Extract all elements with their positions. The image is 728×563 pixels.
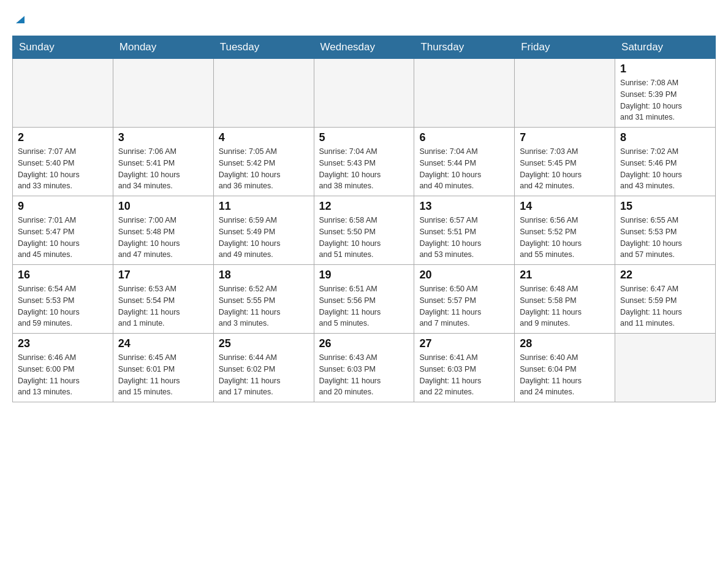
calendar-table: SundayMondayTuesdayWednesdayThursdayFrid…	[12, 36, 716, 402]
day-number: 21	[520, 269, 610, 282]
column-header-saturday: Saturday	[615, 36, 716, 59]
day-info: Sunrise: 6:47 AMSunset: 5:59 PMDaylight:…	[620, 283, 710, 329]
day-info: Sunrise: 6:46 AMSunset: 6:00 PMDaylight:…	[18, 352, 108, 398]
day-info: Sunrise: 6:40 AMSunset: 6:04 PMDaylight:…	[520, 352, 610, 398]
calendar-week-row: 23Sunrise: 6:46 AMSunset: 6:00 PMDayligh…	[13, 334, 716, 402]
calendar-day-cell	[314, 59, 414, 128]
calendar-day-cell: 22Sunrise: 6:47 AMSunset: 5:59 PMDayligh…	[615, 265, 716, 334]
logo	[12, 12, 27, 29]
calendar-day-cell: 5Sunrise: 7:04 AMSunset: 5:43 PMDaylight…	[314, 128, 414, 196]
day-info: Sunrise: 7:04 AMSunset: 5:43 PMDaylight:…	[319, 146, 409, 192]
calendar-day-cell: 24Sunrise: 6:45 AMSunset: 6:01 PMDayligh…	[113, 334, 213, 402]
day-number: 4	[219, 131, 309, 144]
day-number: 15	[620, 200, 710, 213]
calendar-day-cell: 20Sunrise: 6:50 AMSunset: 5:57 PMDayligh…	[414, 265, 515, 334]
day-number: 28	[520, 337, 610, 350]
day-number: 18	[219, 269, 309, 282]
calendar-day-cell	[13, 59, 113, 128]
calendar-day-cell: 13Sunrise: 6:57 AMSunset: 5:51 PMDayligh…	[414, 196, 515, 265]
day-info: Sunrise: 7:05 AMSunset: 5:42 PMDaylight:…	[219, 146, 309, 192]
day-info: Sunrise: 6:43 AMSunset: 6:03 PMDaylight:…	[319, 352, 409, 398]
calendar-day-cell: 16Sunrise: 6:54 AMSunset: 5:53 PMDayligh…	[13, 265, 113, 334]
day-info: Sunrise: 7:01 AMSunset: 5:47 PMDaylight:…	[18, 215, 108, 261]
calendar-day-cell	[113, 59, 213, 128]
calendar-day-cell: 25Sunrise: 6:44 AMSunset: 6:02 PMDayligh…	[213, 334, 314, 402]
calendar-day-cell: 12Sunrise: 6:58 AMSunset: 5:50 PMDayligh…	[314, 196, 414, 265]
day-number: 3	[118, 131, 208, 144]
day-info: Sunrise: 6:50 AMSunset: 5:57 PMDaylight:…	[419, 283, 509, 329]
column-header-thursday: Thursday	[414, 36, 515, 59]
day-info: Sunrise: 6:56 AMSunset: 5:52 PMDaylight:…	[520, 215, 610, 261]
day-info: Sunrise: 6:59 AMSunset: 5:49 PMDaylight:…	[219, 215, 309, 261]
day-info: Sunrise: 6:45 AMSunset: 6:01 PMDaylight:…	[118, 352, 208, 398]
day-number: 10	[118, 200, 208, 213]
day-number: 19	[319, 269, 409, 282]
day-number: 9	[18, 200, 108, 213]
calendar-day-cell: 2Sunrise: 7:07 AMSunset: 5:40 PMDaylight…	[13, 128, 113, 196]
calendar-day-cell: 28Sunrise: 6:40 AMSunset: 6:04 PMDayligh…	[515, 334, 615, 402]
calendar-day-cell: 15Sunrise: 6:55 AMSunset: 5:53 PMDayligh…	[615, 196, 716, 265]
day-number: 14	[520, 200, 610, 213]
calendar-header-row: SundayMondayTuesdayWednesdayThursdayFrid…	[13, 36, 716, 59]
column-header-monday: Monday	[113, 36, 213, 59]
calendar-day-cell: 14Sunrise: 6:56 AMSunset: 5:52 PMDayligh…	[515, 196, 615, 265]
day-number: 26	[319, 337, 409, 350]
calendar-day-cell: 23Sunrise: 6:46 AMSunset: 6:00 PMDayligh…	[13, 334, 113, 402]
day-number: 25	[219, 337, 309, 350]
page-header	[12, 12, 716, 29]
day-number: 8	[620, 131, 710, 144]
day-info: Sunrise: 6:52 AMSunset: 5:55 PMDaylight:…	[219, 283, 309, 329]
logo-arrow-icon	[13, 12, 27, 28]
day-number: 11	[219, 200, 309, 213]
day-number: 20	[419, 269, 509, 282]
day-info: Sunrise: 6:51 AMSunset: 5:56 PMDaylight:…	[319, 283, 409, 329]
calendar-week-row: 1Sunrise: 7:08 AMSunset: 5:39 PMDaylight…	[13, 59, 716, 128]
day-number: 24	[118, 337, 208, 350]
calendar-day-cell: 18Sunrise: 6:52 AMSunset: 5:55 PMDayligh…	[213, 265, 314, 334]
calendar-day-cell: 3Sunrise: 7:06 AMSunset: 5:41 PMDaylight…	[113, 128, 213, 196]
day-info: Sunrise: 6:57 AMSunset: 5:51 PMDaylight:…	[419, 215, 509, 261]
day-number: 22	[620, 269, 710, 282]
calendar-day-cell: 6Sunrise: 7:04 AMSunset: 5:44 PMDaylight…	[414, 128, 515, 196]
day-info: Sunrise: 7:03 AMSunset: 5:45 PMDaylight:…	[520, 146, 610, 192]
day-number: 12	[319, 200, 409, 213]
day-info: Sunrise: 7:08 AMSunset: 5:39 PMDaylight:…	[620, 77, 710, 123]
day-info: Sunrise: 7:02 AMSunset: 5:46 PMDaylight:…	[620, 146, 710, 192]
day-number: 23	[18, 337, 108, 350]
calendar-day-cell	[414, 59, 515, 128]
day-number: 5	[319, 131, 409, 144]
svg-marker-0	[16, 16, 25, 23]
calendar-day-cell: 8Sunrise: 7:02 AMSunset: 5:46 PMDaylight…	[615, 128, 716, 196]
calendar-day-cell: 26Sunrise: 6:43 AMSunset: 6:03 PMDayligh…	[314, 334, 414, 402]
calendar-day-cell: 4Sunrise: 7:05 AMSunset: 5:42 PMDaylight…	[213, 128, 314, 196]
calendar-day-cell: 17Sunrise: 6:53 AMSunset: 5:54 PMDayligh…	[113, 265, 213, 334]
day-number: 16	[18, 269, 108, 282]
calendar-day-cell: 27Sunrise: 6:41 AMSunset: 6:03 PMDayligh…	[414, 334, 515, 402]
day-number: 2	[18, 131, 108, 144]
calendar-day-cell: 1Sunrise: 7:08 AMSunset: 5:39 PMDaylight…	[615, 59, 716, 128]
day-info: Sunrise: 7:00 AMSunset: 5:48 PMDaylight:…	[118, 215, 208, 261]
day-number: 17	[118, 269, 208, 282]
day-info: Sunrise: 6:58 AMSunset: 5:50 PMDaylight:…	[319, 215, 409, 261]
day-info: Sunrise: 6:44 AMSunset: 6:02 PMDaylight:…	[219, 352, 309, 398]
day-info: Sunrise: 6:55 AMSunset: 5:53 PMDaylight:…	[620, 215, 710, 261]
calendar-day-cell: 9Sunrise: 7:01 AMSunset: 5:47 PMDaylight…	[13, 196, 113, 265]
calendar-day-cell: 11Sunrise: 6:59 AMSunset: 5:49 PMDayligh…	[213, 196, 314, 265]
day-info: Sunrise: 7:06 AMSunset: 5:41 PMDaylight:…	[118, 146, 208, 192]
calendar-day-cell: 19Sunrise: 6:51 AMSunset: 5:56 PMDayligh…	[314, 265, 414, 334]
calendar-day-cell	[515, 59, 615, 128]
day-info: Sunrise: 7:04 AMSunset: 5:44 PMDaylight:…	[419, 146, 509, 192]
day-info: Sunrise: 6:54 AMSunset: 5:53 PMDaylight:…	[18, 283, 108, 329]
column-header-friday: Friday	[515, 36, 615, 59]
day-info: Sunrise: 6:48 AMSunset: 5:58 PMDaylight:…	[520, 283, 610, 329]
day-info: Sunrise: 6:53 AMSunset: 5:54 PMDaylight:…	[118, 283, 208, 329]
calendar-week-row: 16Sunrise: 6:54 AMSunset: 5:53 PMDayligh…	[13, 265, 716, 334]
calendar-day-cell: 10Sunrise: 7:00 AMSunset: 5:48 PMDayligh…	[113, 196, 213, 265]
day-number: 27	[419, 337, 509, 350]
column-header-sunday: Sunday	[13, 36, 113, 59]
day-number: 7	[520, 131, 610, 144]
column-header-wednesday: Wednesday	[314, 36, 414, 59]
day-info: Sunrise: 6:41 AMSunset: 6:03 PMDaylight:…	[419, 352, 509, 398]
column-header-tuesday: Tuesday	[213, 36, 314, 59]
day-number: 13	[419, 200, 509, 213]
